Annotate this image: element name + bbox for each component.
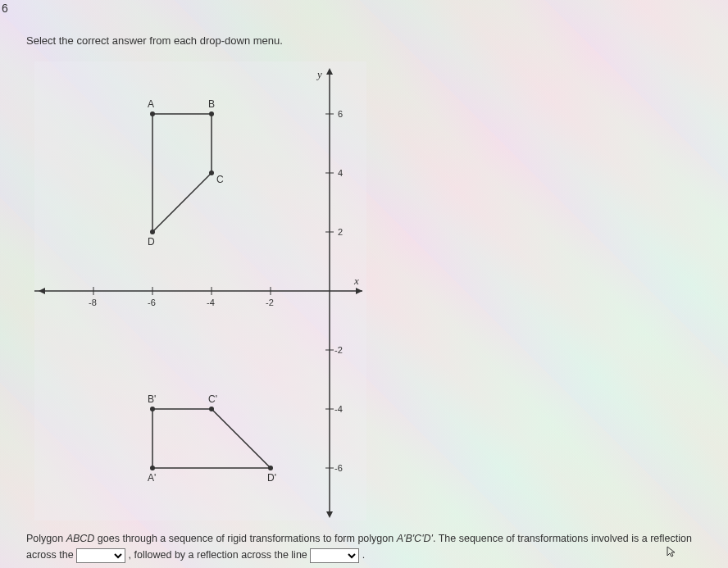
x-axis-arrow-right <box>356 288 362 294</box>
coordinate-graph: -8 -6 -4 -2 6 4 2 -2 -4 -6 y x A B C D <box>34 61 366 520</box>
question-number: 6 <box>2 2 8 15</box>
polygon-name-1: ABCD <box>66 533 95 544</box>
vertex-b <box>209 111 214 116</box>
vertex-label-b-prime: B' <box>148 393 156 405</box>
y-tick-label: -6 <box>334 463 343 473</box>
vertex-label-a: A <box>148 98 154 110</box>
y-tick-label: 6 <box>338 109 343 119</box>
instruction-text: Select the correct answer from each drop… <box>26 34 283 47</box>
y-axis-arrow-up <box>326 68 333 75</box>
y-tick-label: 2 <box>338 227 343 237</box>
y-tick-label: -4 <box>334 404 343 414</box>
dropdown-1[interactable] <box>76 548 125 563</box>
question-part4: , followed by a reflection across the li… <box>125 549 310 561</box>
vertex-b-prime <box>150 407 155 411</box>
vertex-label-c-prime: C' <box>208 393 217 405</box>
x-tick-label: -2 <box>266 298 274 307</box>
question-part2: goes through a sequence of rigid transfo… <box>94 533 396 544</box>
vertex-c <box>209 170 214 175</box>
polygon-abcd <box>152 114 212 232</box>
polygon-a-b-c-d-prime <box>152 409 271 468</box>
y-axis-arrow-down <box>326 511 333 518</box>
x-axis-label: x <box>353 275 359 287</box>
x-tick-label: -6 <box>148 298 156 307</box>
graph-svg: -8 -6 -4 -2 6 4 2 -2 -4 -6 y x A B C D <box>34 61 366 520</box>
y-tick-label: 4 <box>338 168 343 178</box>
question-text: Polygon ABCD goes through a sequence of … <box>26 530 707 563</box>
vertex-label-d: D <box>148 236 155 248</box>
vertex-a-prime <box>150 466 155 470</box>
cursor-icon <box>666 545 679 558</box>
vertex-d-prime <box>268 466 273 470</box>
dropdown-2[interactable] <box>310 548 359 563</box>
y-tick-label: -2 <box>334 345 343 355</box>
polygon-name-2: A'B'C'D' <box>397 533 433 544</box>
question-part5: . <box>359 549 365 561</box>
vertex-d <box>150 229 155 234</box>
vertex-label-b: B <box>208 98 215 110</box>
vertex-label-d-prime: D' <box>267 472 276 484</box>
vertex-label-c: C <box>216 174 224 185</box>
question-part1: Polygon <box>26 533 66 544</box>
vertex-label-a-prime: A' <box>148 472 156 484</box>
x-tick-label: -8 <box>89 298 97 307</box>
x-tick-label: -4 <box>207 298 215 307</box>
vertex-a <box>150 111 155 116</box>
vertex-c-prime <box>209 407 214 411</box>
y-axis-label: y <box>316 68 322 80</box>
x-axis-arrow-left <box>39 288 45 294</box>
